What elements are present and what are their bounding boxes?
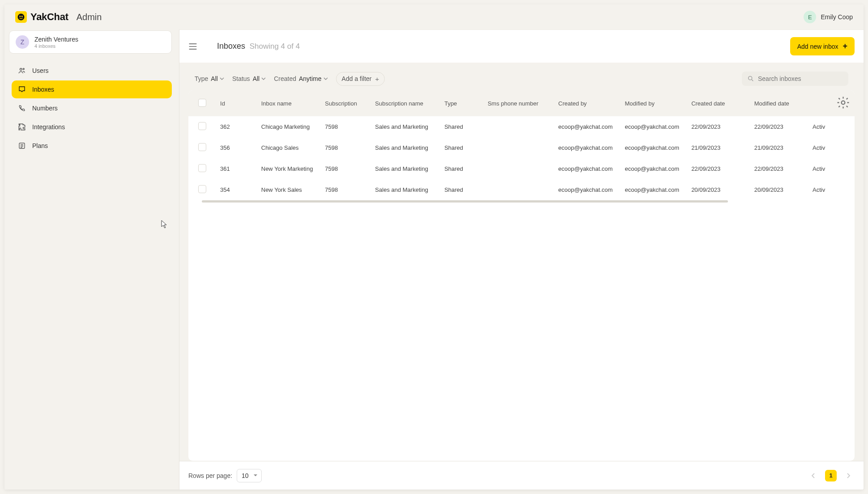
col-status: [808, 90, 832, 116]
horizontal-scrollbar[interactable]: [202, 200, 728, 203]
filter-created[interactable]: Created Anytime: [274, 75, 328, 82]
table-card: Id Inbox name Subscription Subscription …: [188, 90, 855, 461]
svg-point-4: [23, 68, 24, 70]
cell-inbox-name: Chicago Marketing: [257, 116, 321, 137]
row-checkbox[interactable]: [198, 185, 206, 193]
search-input[interactable]: [758, 75, 843, 82]
cell-modified-date: 20/09/2023: [750, 179, 808, 200]
sidebar: Z Zenith Ventures 4 inboxes Users Inboxe…: [4, 30, 179, 490]
org-name: Zenith Ventures: [34, 36, 78, 43]
row-checkbox[interactable]: [198, 164, 206, 172]
sidebar-item-label: Inboxes: [32, 86, 54, 93]
sidebar-item-integrations[interactable]: Integrations: [12, 118, 172, 136]
svg-point-3: [20, 68, 22, 71]
col-type[interactable]: Type: [440, 90, 483, 116]
pager-current-page[interactable]: 1: [825, 470, 837, 481]
sidebar-item-inboxes[interactable]: Inboxes: [12, 80, 172, 98]
chevron-down-icon: [261, 76, 266, 81]
cell-subscription-name: Sales and Marketing: [370, 179, 440, 200]
table-row[interactable]: 356 Chicago Sales 7598 Sales and Marketi…: [188, 137, 855, 158]
cell-modified-date: 21/09/2023: [750, 137, 808, 158]
col-modified-by[interactable]: Modified by: [620, 90, 687, 116]
pager-prev-button[interactable]: [807, 469, 820, 482]
page-subtitle: Showing 4 of 4: [250, 42, 300, 51]
filter-type[interactable]: Type All: [195, 75, 224, 82]
sidebar-item-label: Numbers: [32, 105, 58, 112]
sidebar-item-label: Plans: [32, 142, 48, 149]
cell-subscription: 7598: [320, 179, 370, 200]
cell-subscription: 7598: [320, 116, 370, 137]
col-id[interactable]: Id: [216, 90, 257, 116]
org-subtitle: 4 inboxes: [34, 43, 78, 49]
svg-point-1: [19, 16, 21, 17]
col-subscription-name[interactable]: Subscription name: [370, 90, 440, 116]
cell-type: Shared: [440, 137, 483, 158]
inbox-icon: [18, 85, 26, 93]
sidebar-item-label: Users: [32, 67, 49, 74]
cell-inbox-name: New York Sales: [257, 179, 321, 200]
cell-modified-by: ecoop@yakchat.com: [620, 158, 687, 179]
svg-point-0: [18, 14, 25, 21]
cell-status: Activ: [808, 158, 832, 179]
sidebar-item-users[interactable]: Users: [12, 62, 172, 80]
col-sms-phone[interactable]: Sms phone number: [483, 90, 554, 116]
cell-status: Activ: [808, 137, 832, 158]
columns-settings-button[interactable]: [836, 104, 850, 111]
col-created-date[interactable]: Created date: [687, 90, 750, 116]
cell-created-date: 21/09/2023: [687, 137, 750, 158]
pager-next-button[interactable]: [842, 469, 855, 482]
col-subscription[interactable]: Subscription: [320, 90, 370, 116]
add-button-label: Add new inbox: [797, 43, 838, 50]
cell-modified-date: 22/09/2023: [750, 116, 808, 137]
sidebar-item-plans[interactable]: Plans: [12, 137, 172, 155]
table-row[interactable]: 361 New York Marketing 7598 Sales and Ma…: [188, 158, 855, 179]
row-checkbox[interactable]: [198, 143, 206, 151]
plus-icon: +: [842, 42, 847, 51]
chevron-down-icon: [220, 76, 224, 81]
add-new-inbox-button[interactable]: Add new inbox +: [790, 37, 855, 55]
cell-subscription-name: Sales and Marketing: [370, 137, 440, 158]
sidebar-item-numbers[interactable]: Numbers: [12, 99, 172, 117]
table-row[interactable]: 362 Chicago Marketing 7598 Sales and Mar…: [188, 116, 855, 137]
cell-id: 356: [216, 137, 257, 158]
user-avatar: E: [804, 11, 816, 23]
brand-admin-label: Admin: [77, 12, 102, 22]
rows-per-page-label: Rows per page:: [188, 472, 232, 479]
cell-sms: [483, 158, 554, 179]
row-checkbox[interactable]: [198, 122, 206, 130]
topbar: YakChat Admin E Emily Coop: [4, 4, 864, 30]
phone-icon: [18, 104, 26, 112]
cell-modified-by: ecoop@yakchat.com: [620, 137, 687, 158]
filter-status[interactable]: Status All: [232, 75, 266, 82]
cell-id: 361: [216, 158, 257, 179]
plans-icon: [18, 142, 26, 150]
chevron-down-icon: [323, 76, 328, 81]
cell-subscription-name: Sales and Marketing: [370, 158, 440, 179]
select-all-checkbox[interactable]: [198, 99, 206, 107]
collapse-sidebar-button[interactable]: [188, 43, 197, 50]
user-name: Emily Coop: [821, 13, 853, 21]
cell-sms: [483, 137, 554, 158]
cell-subscription-name: Sales and Marketing: [370, 116, 440, 137]
user-chip[interactable]: E Emily Coop: [804, 11, 853, 23]
svg-point-2: [21, 16, 23, 17]
inboxes-table: Id Inbox name Subscription Subscription …: [188, 90, 855, 200]
org-card[interactable]: Z Zenith Ventures 4 inboxes: [9, 30, 172, 54]
cell-status: Activ: [808, 179, 832, 200]
col-modified-date[interactable]: Modified date: [750, 90, 808, 116]
table-row[interactable]: 354 New York Sales 7598 Sales and Market…: [188, 179, 855, 200]
page-title: Inboxes: [217, 42, 245, 51]
cell-sms: [483, 116, 554, 137]
cell-created-by: ecoop@yakchat.com: [554, 179, 621, 200]
cell-created-date: 22/09/2023: [687, 158, 750, 179]
svg-point-6: [749, 76, 752, 80]
add-filter-button[interactable]: Add a filter +: [336, 72, 385, 86]
cell-inbox-name: Chicago Sales: [257, 137, 321, 158]
col-created-by[interactable]: Created by: [554, 90, 621, 116]
search-input-wrap[interactable]: [742, 72, 848, 86]
cell-modified-by: ecoop@yakchat.com: [620, 179, 687, 200]
rows-per-page-select[interactable]: 10: [237, 469, 262, 482]
cell-status: Activ: [808, 116, 832, 137]
col-inbox-name[interactable]: Inbox name: [257, 90, 321, 116]
cell-type: Shared: [440, 116, 483, 137]
